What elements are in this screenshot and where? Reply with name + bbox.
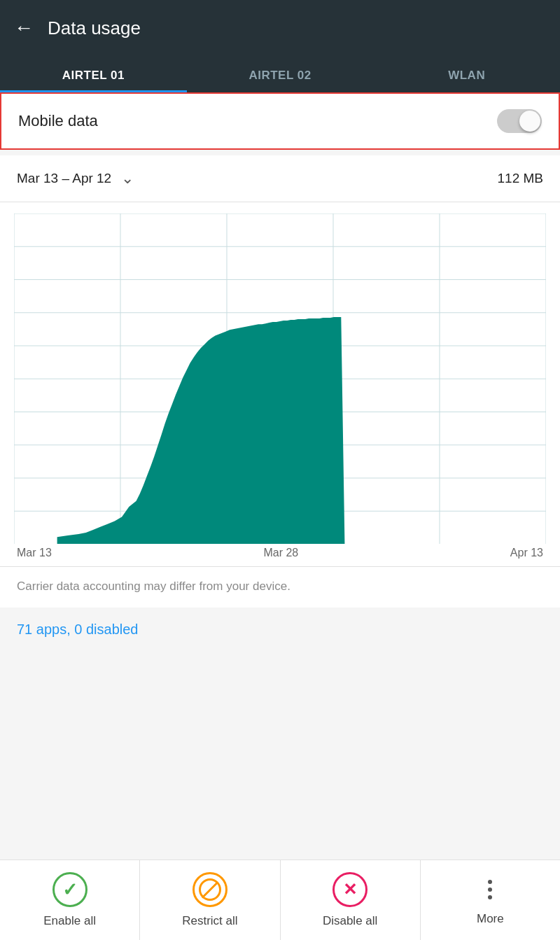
more-dot-1 (488, 880, 492, 884)
chart-label-end: Apr 13 (510, 547, 543, 559)
tab-airtel01[interactable]: AIRTEL 01 (0, 56, 187, 92)
enable-all-label: Enable all (43, 914, 96, 928)
more-dot-2 (488, 888, 492, 892)
date-range-text: Mar 13 – Apr 12 (17, 171, 111, 186)
chart-x-labels: Mar 13 Mar 28 Apr 13 (14, 544, 546, 559)
mobile-data-toggle[interactable] (497, 109, 542, 133)
app-header: ← Data usage (0, 0, 560, 56)
toggle-knob (519, 111, 540, 132)
chart-label-start: Mar 13 (17, 547, 52, 559)
restrict-icon (192, 872, 227, 907)
date-range-row[interactable]: Mar 13 – Apr 12 ⌄ 112 MB (0, 155, 560, 202)
more-icon (488, 874, 492, 905)
enable-icon (52, 872, 88, 907)
more-label: More (477, 912, 504, 926)
mobile-data-label: Mobile data (18, 112, 98, 130)
more-dot-3 (488, 895, 492, 899)
restrict-all-button[interactable]: Restrict all (140, 860, 280, 940)
date-range-left: Mar 13 – Apr 12 ⌄ (17, 169, 134, 188)
enable-all-button[interactable]: Enable all (0, 860, 140, 940)
page-title: Data usage (48, 17, 141, 39)
restrict-circle (199, 878, 221, 901)
data-amount: 112 MB (498, 171, 543, 186)
data-usage-chart: Mar 13 Mar 28 Apr 13 (0, 202, 560, 566)
disable-all-label: Disable all (323, 914, 377, 928)
chart-label-mid: Mar 28 (263, 547, 298, 559)
back-button[interactable]: ← (14, 17, 34, 39)
apps-count: 71 apps, 0 disabled (0, 608, 560, 647)
tab-wlan[interactable]: WLAN (373, 56, 560, 92)
more-button[interactable]: More (421, 860, 560, 940)
disable-all-button[interactable]: Disable all (281, 860, 421, 940)
disable-icon (332, 872, 368, 907)
mobile-data-row: Mobile data (0, 92, 560, 150)
chart-svg (14, 213, 546, 544)
restrict-all-label: Restrict all (182, 914, 237, 928)
bottom-action-bar: Enable all Restrict all Disable all More (0, 860, 560, 940)
tab-bar: AIRTEL 01 AIRTEL 02 WLAN (0, 56, 560, 92)
chevron-down-icon: ⌄ (121, 169, 134, 188)
notice-text: Carrier data accounting may differ from … (0, 566, 560, 608)
chart-area (57, 317, 345, 545)
tab-airtel02[interactable]: AIRTEL 02 (187, 56, 374, 92)
